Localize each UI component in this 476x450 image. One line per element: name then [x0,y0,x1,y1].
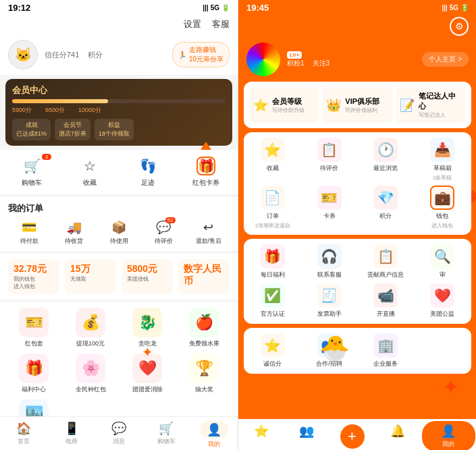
nav-right-notify[interactable]: 🔔 [375,424,420,449]
menu-vip-club[interactable]: 👑 VIP俱乐部 写评价领福利 [322,87,392,123]
nav-mine[interactable]: 👤 我的 [190,421,238,449]
wallet-digital[interactable]: 数字人民币 [178,259,230,294]
promo-welfare[interactable]: 🎁 福利中心 [8,354,59,394]
promo-cashout-icon: 💰 [76,308,105,337]
promo-fruit[interactable]: 🍎 免费领水果 [178,308,230,348]
qa-footprint[interactable]: 👣 足迹 [119,157,177,188]
menu-order[interactable]: 📄 订单 1张潮界进退款 [246,186,299,229]
charity-icon: ❤️ [430,283,454,308]
top-bar-right: ⚙ [238,16,476,40]
badge-rights[interactable]: 权益 18个待领取 [95,119,134,140]
review-badge: 52 [165,217,176,223]
menu-credit-score[interactable]: ⭐ 诚信分 [246,333,299,368]
menu-card[interactable]: 🎫 卡券 [303,186,356,229]
shopcart-icon: 🛒 [159,421,174,436]
coupon-icon: 🎁 [196,157,215,175]
menu-recent[interactable]: 🕐 最近浏览 [360,138,413,181]
walking-money-btn[interactable]: 🏃 走路赚钱 10元筹份享 [172,42,230,67]
wallet-my[interactable]: 32.78元 我的钱包 进入钱包 [8,259,59,294]
menu-official-cert[interactable]: ✅ 官方认证 [246,283,299,318]
menu-points[interactable]: 💎 积分 [360,186,413,229]
menu-review[interactable]: 🔍 审 [416,244,469,279]
mine-label-right: 我的 [442,440,454,449]
menu-contribute[interactable]: 📋 贡献商户信息 [360,244,413,279]
settings-gear-icon[interactable]: ⚙ [450,17,469,36]
menu-collect[interactable]: ⭐ 收藏 [246,138,299,181]
nav-add-content[interactable]: + [329,424,375,449]
avatar-right[interactable] [246,43,280,76]
member-center[interactable]: 会员中心 5900分 6500分 10000分 成就 已达成81% 会员节 酒店… [5,79,232,146]
promo-love[interactable]: ❤️ 团团爱消除 ✦ [122,354,173,394]
settings-link[interactable]: 设置 [184,18,201,30]
bottom-nav-left: 🏠 首页 📱 电商 💬 消息 🛒 购物车 👤 我的 [0,416,238,450]
card-label: 卡券 [323,212,336,221]
add-circle-btn[interactable]: + [340,424,365,449]
menu-pending-eval[interactable]: 📋 待评价 [303,138,356,181]
promo-welfare-label: 福利中心 [22,385,46,394]
mine-icon: 👤 [207,423,221,437]
points-icon: 💎 [373,186,398,210]
personal-page-btn[interactable]: 个人主页 > [422,52,469,67]
recent-label: 最近浏览 [373,164,398,173]
wallet-amount-3: 5800元 [127,263,167,275]
menu-note-center[interactable]: 📝 笔记达人中心 写笔记达人 [396,87,466,123]
order-pending-use[interactable]: 📦 待使用 [98,220,140,246]
menu-live[interactable]: 📹 开直播 [360,283,413,318]
qa-collect[interactable]: ☆ 收藏 [61,157,119,188]
nav-right-friends[interactable]: 👥 [284,424,329,449]
nav-message[interactable]: 💬 消息 [95,421,142,449]
order-refund[interactable]: ↩ 退款/售后 [188,220,230,246]
my-orders: 我的订单 💳 待付款 🚚 待收货 📦 待使用 💬 52 待评价 ↩ 退款/售后 [0,197,238,251]
qa-coupon[interactable]: 🎁 红包卡券 [177,157,235,188]
nav-ecommerce[interactable]: 📱 电商 [47,421,95,449]
menu-contact-service[interactable]: 🎧 联系客服 [303,244,356,279]
promo-redpacket[interactable]: 🌸 全民种红包 [65,354,116,394]
order-pending-review[interactable]: 💬 52 待评价 [142,220,184,246]
empty-slot [416,333,469,368]
wallet-unclaimed[interactable]: 15万 无领取 [65,259,116,294]
promo-coupon-bag[interactable]: 🎫 红包套 [8,308,59,348]
card-icon: 🎫 [317,186,342,210]
menu-invoice[interactable]: 🧾 发票助手 [303,283,356,318]
service-link[interactable]: 客服 [212,18,230,30]
mascot-character: 🐣 [319,334,350,362]
menu-section-4: ⭐ 诚信分 👥 合作/招聘 🏢 企业服务 [244,328,471,374]
order-sub: 1张潮界进退款 [255,223,290,229]
promo-coupon-icon: 🎫 [19,308,49,337]
promo-cashout[interactable]: 💰 提现100元 [65,308,116,348]
wallet-sub: 进入钱包 [431,223,453,229]
credit-score-icon: ⭐ [261,333,285,358]
nav-home[interactable]: 🏠 首页 [0,421,47,449]
menu-charity[interactable]: ❤️ 美团公益 [416,283,469,318]
profile-info-left: 信任分741 积分 [45,50,165,60]
promo-prize[interactable]: 🏆 抽大奖 [178,354,230,394]
promo-dragon-icon: 🐉 [132,308,162,337]
menu-draft[interactable]: 📥 草稿箱 3条草稿 [416,138,469,181]
menu-grid-3: 🎁 每日福利 🎧 联系客服 📋 贡献商户信息 🔍 审 ✅ 官方认证 🧾 发 [246,244,469,318]
nav-mine-bg: 👤 [200,421,228,439]
order-pending-pay[interactable]: 💳 待付款 [8,220,50,246]
qa-cart[interactable]: 🛒 3 购物车 [3,157,61,188]
menu-daily-welfare[interactable]: 🎁 每日福利 [246,244,299,279]
avatar-left[interactable]: 🐱 [8,40,38,69]
promo-dragon[interactable]: 🐉 贪吃龙 [122,308,173,348]
order-pending-receive[interactable]: 🚚 待收货 [53,220,95,246]
profile-section-right: LV+ 积粉1 关注3 个人主页 > [238,40,476,82]
badge-member-day[interactable]: 会员节 酒店7折券 [55,119,90,140]
nav-shopcart[interactable]: 🛒 购物车 [142,421,190,449]
member-center-title: 会员中心 [12,84,226,96]
promo-prize-icon: 🏆 [189,354,219,383]
contribute-icon: 📋 [373,244,398,269]
nav-right-mine[interactable]: 👤 我的 [422,421,475,450]
nav-message-label: 消息 [113,437,125,446]
time-left: 19:12 [8,3,30,13]
menu-member-level[interactable]: ⭐ 会员等级 写评价助升级 [249,87,319,123]
signal-right: ||| [442,4,447,11]
wallet-loan[interactable]: 5800元 美团借钱 [122,259,173,294]
recent-icon: 🕐 [373,138,398,162]
menu-wallet[interactable]: 💼 钱包 进入钱包 [416,186,469,229]
badge-achievement[interactable]: 成就 已达成81% [12,119,51,140]
arrow-up-indicator [201,142,211,150]
nav-right-explore[interactable]: ⭐ [238,424,284,449]
menu-enterprise[interactable]: 🏢 企业服务 [360,333,413,368]
